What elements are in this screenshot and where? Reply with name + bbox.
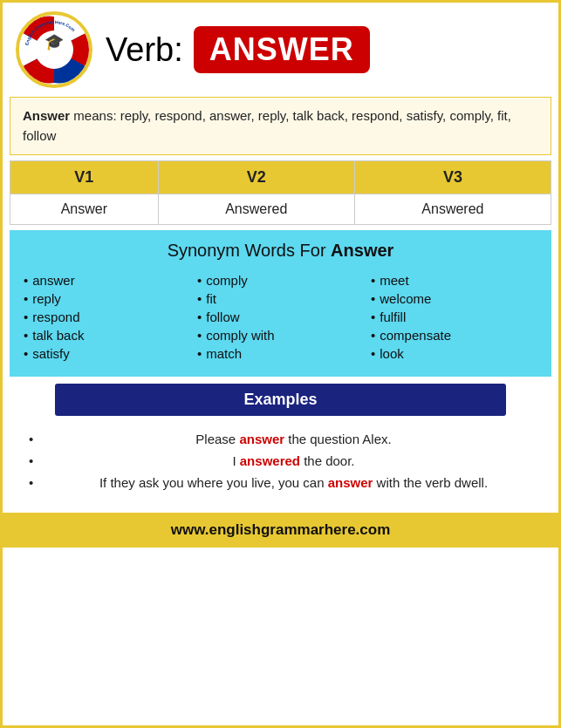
table-cell-v3: Answered xyxy=(354,194,551,225)
definition-word: Answer xyxy=(23,108,70,123)
synonym-title: Synonym Words For Answer xyxy=(24,241,537,261)
table-header-v3: V3 xyxy=(354,161,551,194)
synonym-title-bold: Answer xyxy=(331,241,393,260)
svg-text:🎓: 🎓 xyxy=(44,32,65,51)
synonym-section: Synonym Words For Answer answerreplyresp… xyxy=(10,230,551,377)
synonym-item: fit xyxy=(197,289,364,308)
example-highlight: answer xyxy=(239,432,284,446)
synonym-title-plain: Synonym Words For xyxy=(168,241,331,260)
synonym-col-3: meetwelcomefulfillcompensatelook xyxy=(371,271,537,363)
synonym-item: reply xyxy=(24,289,190,308)
synonym-item: answer xyxy=(24,271,190,289)
synonym-item: look xyxy=(371,344,537,363)
synonym-item: satisfy xyxy=(24,344,190,363)
main-word-badge: ANSWER xyxy=(194,26,370,73)
synonym-item: respond xyxy=(24,308,190,326)
verb-prefix-label: Verb: xyxy=(106,31,183,69)
synonym-item: welcome xyxy=(371,289,537,308)
synonym-item: talk back xyxy=(24,326,190,344)
footer: www.englishgrammarhere.com xyxy=(3,513,558,548)
synonym-item: compensate xyxy=(371,326,537,344)
definition-box: Answer means: reply, respond, answer, re… xyxy=(10,97,551,155)
table-cell-v1: Answer xyxy=(10,194,159,225)
synonym-col-2: complyfitfollowcomply withmatch xyxy=(197,271,364,363)
examples-header: Examples xyxy=(55,384,506,416)
example-highlight: answered xyxy=(240,453,300,468)
header-title-group: Verb: ANSWER xyxy=(106,26,545,73)
example-item: Please answer the question Alex. xyxy=(29,432,541,446)
verb-table: V1 V2 V3 Answer Answered Answered xyxy=(10,160,551,225)
synonym-item: follow xyxy=(197,308,364,326)
synonym-col-1: answerreplyrespondtalk backsatisfy xyxy=(24,271,190,363)
table-cell-v2: Answered xyxy=(158,194,354,225)
synonym-item: meet xyxy=(371,271,537,289)
example-highlight: answer xyxy=(328,475,373,490)
synonym-item: comply with xyxy=(197,326,364,344)
logo-image: 🎓 English Grammar Here.Com xyxy=(19,15,89,85)
synonym-grid: answerreplyrespondtalk backsatisfy compl… xyxy=(24,271,537,363)
examples-list: Please answer the question Alex.I answer… xyxy=(3,423,558,506)
logo: 🎓 English Grammar Here.Com xyxy=(16,11,92,88)
synonym-item: fulfill xyxy=(371,308,537,326)
synonym-item: comply xyxy=(197,271,364,289)
footer-url: www.englishgrammarhere.com xyxy=(171,521,391,538)
table-header-v1: V1 xyxy=(10,161,159,194)
table-row: Answer Answered Answered xyxy=(10,194,551,225)
definition-text: means: reply, respond, answer, reply, ta… xyxy=(23,108,511,143)
example-item: If they ask you where you live, you can … xyxy=(29,475,541,490)
header: 🎓 English Grammar Here.Com Verb: ANSWER xyxy=(3,3,558,97)
table-header-v2: V2 xyxy=(158,161,354,194)
synonym-item: match xyxy=(197,344,364,363)
example-item: I answered the door. xyxy=(29,453,541,468)
